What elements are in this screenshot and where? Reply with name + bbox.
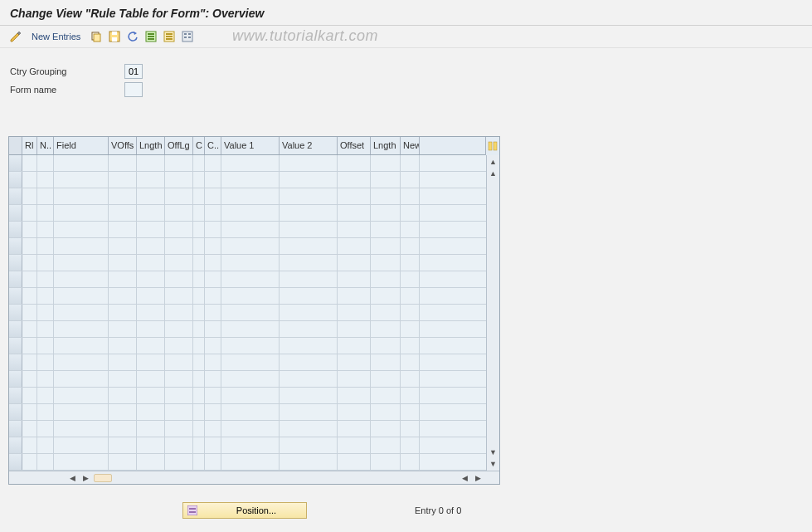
grid-cell[interactable]: [338, 238, 371, 254]
grid-cell[interactable]: [109, 222, 137, 237]
grid-cell[interactable]: [165, 404, 193, 420]
grid-cell[interactable]: [371, 454, 401, 470]
grid-cell[interactable]: [280, 255, 338, 271]
grid-cell[interactable]: [193, 354, 205, 370]
table-row[interactable]: [9, 172, 499, 188]
column-header-new[interactable]: New: [401, 137, 420, 154]
column-header-value2[interactable]: Value 2: [280, 137, 338, 154]
grid-cell[interactable]: [205, 321, 221, 337]
grid-cell[interactable]: [338, 288, 371, 304]
grid-cell[interactable]: [193, 188, 205, 204]
grid-cell[interactable]: [280, 288, 338, 304]
grid-cell[interactable]: [338, 305, 371, 320]
grid-cell[interactable]: [371, 222, 401, 237]
grid-cell[interactable]: [205, 338, 221, 354]
grid-cell[interactable]: [338, 255, 371, 271]
grid-cell[interactable]: [37, 388, 54, 403]
grid-cell[interactable]: [401, 188, 420, 204]
grid-cell[interactable]: [371, 188, 401, 204]
save-icon[interactable]: [107, 29, 122, 44]
grid-cell[interactable]: [193, 388, 205, 403]
grid-cell[interactable]: [137, 354, 165, 370]
horizontal-scrollbar[interactable]: ◀ ▶ ◀ ▶: [9, 471, 499, 484]
grid-cell[interactable]: [221, 388, 280, 403]
grid-cell[interactable]: [22, 454, 37, 470]
grid-cell[interactable]: [22, 371, 37, 387]
grid-cell[interactable]: [338, 188, 371, 204]
grid-cell[interactable]: [37, 205, 54, 221]
grid-cell[interactable]: [401, 321, 420, 337]
grid-cell[interactable]: [221, 205, 280, 221]
grid-cell[interactable]: [205, 371, 221, 387]
grid-cell[interactable]: [221, 222, 280, 237]
grid-cell[interactable]: [109, 271, 137, 287]
grid-cell[interactable]: [221, 271, 280, 287]
grid-cell[interactable]: [371, 172, 401, 188]
grid-cell[interactable]: [221, 238, 280, 254]
grid-cell[interactable]: [205, 388, 221, 403]
vertical-scrollbar[interactable]: ▲ ▲ ▼ ▼: [486, 155, 499, 471]
grid-cell[interactable]: [221, 404, 280, 420]
table-row[interactable]: [9, 255, 499, 271]
grid-cell[interactable]: [371, 354, 401, 370]
grid-cell[interactable]: [371, 421, 401, 437]
grid-cell[interactable]: [37, 338, 54, 354]
grid-cell[interactable]: [22, 238, 37, 254]
grid-cell[interactable]: [338, 205, 371, 221]
grid-cell[interactable]: [193, 172, 205, 188]
grid-cell[interactable]: [205, 172, 221, 188]
grid-cell[interactable]: [221, 155, 280, 171]
grid-cell[interactable]: [109, 255, 137, 271]
grid-cell[interactable]: [401, 371, 420, 387]
grid-cell[interactable]: [165, 354, 193, 370]
grid-cell[interactable]: [54, 421, 109, 437]
grid-cell[interactable]: [371, 238, 401, 254]
grid-cell[interactable]: [109, 421, 137, 437]
grid-cell[interactable]: [205, 305, 221, 320]
row-selector[interactable]: [9, 354, 22, 370]
grid-cell[interactable]: [165, 437, 193, 453]
grid-cell[interactable]: [193, 288, 205, 304]
grid-cell[interactable]: [54, 288, 109, 304]
form-name-input[interactable]: [124, 82, 143, 97]
grid-cell[interactable]: [54, 354, 109, 370]
table-row[interactable]: [9, 188, 499, 205]
table-row[interactable]: [9, 354, 499, 371]
grid-cell[interactable]: [371, 404, 401, 420]
ctry-grouping-input[interactable]: [124, 64, 143, 79]
column-header-sel[interactable]: [9, 137, 22, 154]
grid-cell[interactable]: [22, 255, 37, 271]
grid-cell[interactable]: [205, 205, 221, 221]
row-selector[interactable]: [9, 437, 22, 453]
grid-cell[interactable]: [193, 205, 205, 221]
grid-cell[interactable]: [371, 255, 401, 271]
grid-cell[interactable]: [137, 437, 165, 453]
grid-cell[interactable]: [280, 338, 338, 354]
grid-cell[interactable]: [193, 454, 205, 470]
grid-cell[interactable]: [401, 404, 420, 420]
grid-cell[interactable]: [165, 188, 193, 204]
column-config-icon[interactable]: [485, 137, 499, 155]
grid-cell[interactable]: [280, 388, 338, 403]
table-row[interactable]: [9, 205, 499, 222]
grid-cell[interactable]: [54, 205, 109, 221]
grid-cell[interactable]: [401, 222, 420, 237]
grid-cell[interactable]: [165, 255, 193, 271]
table-row[interactable]: [9, 222, 499, 238]
grid-cell[interactable]: [137, 404, 165, 420]
column-header-c2[interactable]: C..: [205, 137, 221, 154]
grid-cell[interactable]: [22, 354, 37, 370]
scroll-up2-arrow-icon[interactable]: ▲: [489, 168, 498, 178]
grid-cell[interactable]: [371, 155, 401, 171]
grid-cell[interactable]: [401, 454, 420, 470]
grid-cell[interactable]: [338, 155, 371, 171]
grid-cell[interactable]: [221, 454, 280, 470]
grid-cell[interactable]: [37, 188, 54, 204]
grid-cell[interactable]: [37, 354, 54, 370]
grid-cell[interactable]: [280, 238, 338, 254]
grid-cell[interactable]: [109, 388, 137, 403]
table-row[interactable]: [9, 321, 499, 338]
grid-cell[interactable]: [193, 255, 205, 271]
grid-cell[interactable]: [280, 172, 338, 188]
grid-cell[interactable]: [54, 305, 109, 320]
